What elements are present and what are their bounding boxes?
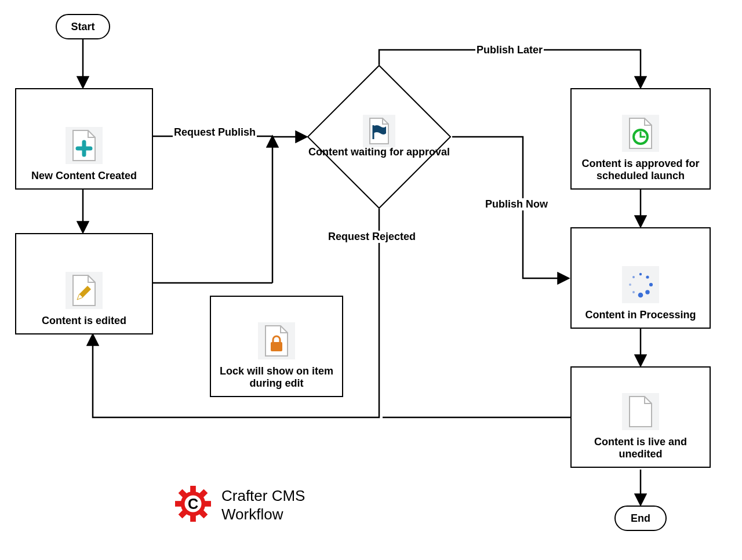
node-label: New Content Created xyxy=(31,170,137,183)
svg-rect-0 xyxy=(271,342,282,351)
node-content-processing: Content in Processing xyxy=(570,227,711,329)
node-label: Content is approved for scheduled launch xyxy=(577,158,704,183)
node-content-edited: Content is edited xyxy=(15,233,153,334)
node-approved-scheduled: Content is approved for scheduled launch xyxy=(570,88,711,190)
svg-text:C: C xyxy=(188,496,198,512)
end-label: End xyxy=(631,512,650,525)
clock-icon xyxy=(622,115,659,152)
edge-label-publish-later: Publish Later xyxy=(475,44,544,56)
svg-point-10 xyxy=(632,276,635,278)
node-label: Content is edited xyxy=(42,315,126,328)
svg-point-8 xyxy=(632,291,635,293)
node-label: Content waiting for approval xyxy=(308,146,450,159)
workflow-diagram: Start New Content Created Content is ed xyxy=(0,0,742,560)
title-line1: Crafter CMS xyxy=(221,487,305,504)
svg-point-4 xyxy=(646,276,649,279)
start-terminator: Start xyxy=(56,14,110,39)
edge-label-publish-now: Publish Now xyxy=(484,198,549,210)
diagram-title: Crafter CMS Workflow xyxy=(221,486,305,524)
node-label: Lock will show on item during edit xyxy=(217,365,336,390)
end-terminator: End xyxy=(614,506,667,531)
node-content-live: Content is live and unedited xyxy=(570,366,711,468)
title-line2: Workflow xyxy=(221,506,283,523)
title-block: C Crafter CMS Workflow xyxy=(175,486,305,524)
decision-content-waiting: Content waiting for approval xyxy=(307,65,451,209)
flag-icon xyxy=(363,115,395,147)
crafter-gear-icon: C xyxy=(175,486,211,524)
node-new-content-created: New Content Created xyxy=(15,88,153,190)
node-lock-note: Lock will show on item during edit xyxy=(210,296,343,397)
svg-point-9 xyxy=(629,283,631,286)
edge-label-request-rejected: Request Rejected xyxy=(327,231,417,243)
svg-point-7 xyxy=(638,293,643,298)
pencil-icon xyxy=(66,272,103,309)
plus-icon xyxy=(66,127,103,164)
svg-point-6 xyxy=(645,290,649,294)
spinner-icon xyxy=(622,266,659,303)
node-label: Content is live and unedited xyxy=(577,436,704,461)
lock-icon xyxy=(258,322,295,359)
edge-label-request-publish: Request Publish xyxy=(173,126,257,139)
start-label: Start xyxy=(71,21,94,33)
page-icon xyxy=(622,393,659,430)
node-label: Content in Processing xyxy=(585,309,696,322)
svg-point-3 xyxy=(639,273,642,275)
svg-point-5 xyxy=(649,283,653,286)
